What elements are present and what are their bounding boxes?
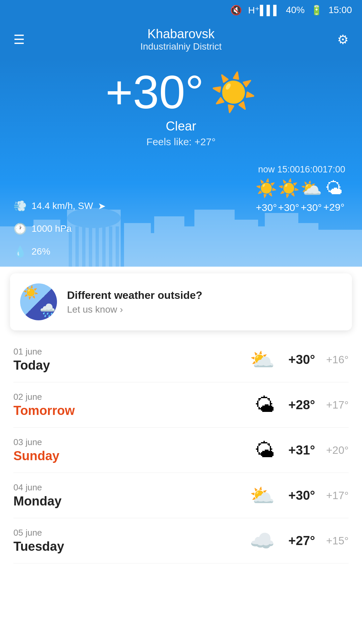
forecast-low: +16° — [322, 354, 349, 366]
forecast-weather-icon: 🌤 — [255, 439, 275, 462]
forecast-date: 03 june Sunday — [13, 437, 255, 463]
temperature-row: +30° ☀️ — [13, 69, 349, 116]
settings-icon[interactable]: ⚙ — [337, 32, 349, 47]
svg-rect-21 — [292, 223, 318, 267]
forecast-item[interactable]: 01 june Today ⛅ +30° +16° — [13, 337, 349, 382]
signal-icon: H⁺▌▌▌ — [248, 5, 280, 16]
weather-icon-sun: ☀️ — [210, 74, 256, 111]
feedback-content: Different weather outside? Let us know › — [67, 289, 202, 315]
forecast-low: +17° — [322, 489, 349, 502]
forecast-date: 01 june Today — [13, 346, 250, 373]
forecast-high: +30° — [285, 353, 315, 367]
forecast-high: +30° — [285, 488, 315, 503]
forecast-day-name: Sunday — [13, 449, 255, 463]
feedback-icon: ☀️ 🌧️ — [20, 283, 57, 320]
forecast-date-num: 03 june — [13, 437, 255, 447]
forecast-high: +27° — [285, 534, 315, 548]
forecast-temps: +30° +16° — [285, 353, 349, 367]
weather-condition: Clear — [13, 119, 349, 133]
hourly-icon: ☀️ — [255, 178, 277, 199]
forecast-item[interactable]: 02 june Tomorrow 🌤 +28° +17° — [13, 382, 349, 428]
svg-rect-8 — [96, 226, 99, 267]
hourly-icon: ⛅ — [300, 178, 322, 199]
city-silhouette — [0, 200, 362, 267]
svg-rect-6 — [82, 226, 85, 267]
forecast-date-num: 05 june — [13, 528, 250, 538]
feedback-card[interactable]: ☀️ 🌧️ Different weather outside? Let us … — [10, 273, 352, 330]
forecast-date: 04 june Monday — [13, 482, 250, 508]
forecast-weather-icon: ⛅ — [250, 348, 275, 372]
forecast-low: +17° — [322, 399, 349, 411]
hourly-time: 17:00 — [322, 164, 345, 175]
location-info: Khabarovsk Industrialniy District — [140, 27, 222, 52]
svg-point-12 — [67, 208, 121, 228]
forecast-list: 01 june Today ⛅ +30° +16° 02 june Tomorr… — [0, 337, 362, 564]
svg-rect-5 — [75, 226, 79, 267]
temperature-value: +30° — [106, 69, 204, 116]
mute-icon: 🔇 — [230, 5, 242, 16]
forecast-day-name: Tuesday — [13, 539, 250, 554]
svg-rect-4 — [69, 226, 72, 267]
forecast-high: +31° — [285, 443, 315, 458]
svg-rect-11 — [116, 226, 119, 267]
forecast-date-num: 01 june — [13, 346, 250, 357]
hourly-time: 16:00 — [300, 164, 323, 175]
forecast-temps: +28° +17° — [285, 398, 349, 412]
battery-icon: 🔋 — [311, 5, 322, 16]
forecast-weather-icon: 🌤 — [255, 393, 275, 417]
menu-icon[interactable]: ☰ — [13, 32, 25, 47]
forecast-weather-icon: ☁️ — [250, 529, 275, 553]
forecast-weather-icon: ⛅ — [250, 484, 275, 507]
forecast-low: +15° — [322, 535, 349, 547]
clock: 15:00 — [328, 5, 352, 15]
svg-rect-9 — [102, 226, 106, 267]
status-bar: 🔇 H⁺▌▌▌ 40% 🔋 15:00 — [0, 0, 362, 20]
city-name: Khabarovsk — [140, 27, 222, 41]
hourly-icon: 🌤 — [325, 178, 343, 198]
forecast-item[interactable]: 03 june Sunday 🌤 +31° +20° — [13, 428, 349, 473]
svg-rect-10 — [109, 226, 112, 267]
forecast-date: 05 june Tuesday — [13, 528, 250, 554]
forecast-temps: +31° +20° — [285, 443, 349, 458]
forecast-day-name: Today — [13, 358, 250, 373]
forecast-item[interactable]: 04 june Monday ⛅ +30° +17° — [13, 473, 349, 518]
district-name: Industrialniy District — [140, 41, 222, 52]
forecast-low: +20° — [322, 444, 349, 457]
hourly-icon: ☀️ — [278, 178, 300, 199]
hourly-time: now — [258, 164, 275, 175]
feedback-subtitle[interactable]: Let us know › — [67, 304, 202, 315]
hourly-time: 15:00 — [277, 164, 300, 175]
forecast-temps: +27° +15° — [285, 534, 349, 548]
forecast-temps: +30° +17° — [285, 488, 349, 503]
svg-rect-7 — [89, 226, 92, 267]
weather-main: +30° ☀️ Clear Feels like: +27° 💨 14.4 km… — [0, 59, 362, 267]
forecast-item[interactable]: 05 june Tuesday ☁️ +27° +15° — [13, 518, 349, 564]
svg-rect-22 — [315, 230, 362, 267]
battery-percent: 40% — [286, 5, 305, 15]
feedback-title: Different weather outside? — [67, 289, 202, 302]
app-header: ☰ Khabarovsk Industrialniy District ⚙ — [0, 20, 362, 59]
forecast-day-name: Monday — [13, 494, 250, 508]
forecast-date-num: 02 june — [13, 392, 255, 402]
chevron-icon: › — [120, 304, 123, 315]
feels-like: Feels like: +27° — [13, 136, 349, 148]
forecast-date-num: 04 june — [13, 482, 250, 493]
forecast-day-name: Tomorrow — [13, 404, 255, 418]
forecast-date: 02 june Tomorrow — [13, 392, 255, 418]
forecast-high: +28° — [285, 398, 315, 412]
